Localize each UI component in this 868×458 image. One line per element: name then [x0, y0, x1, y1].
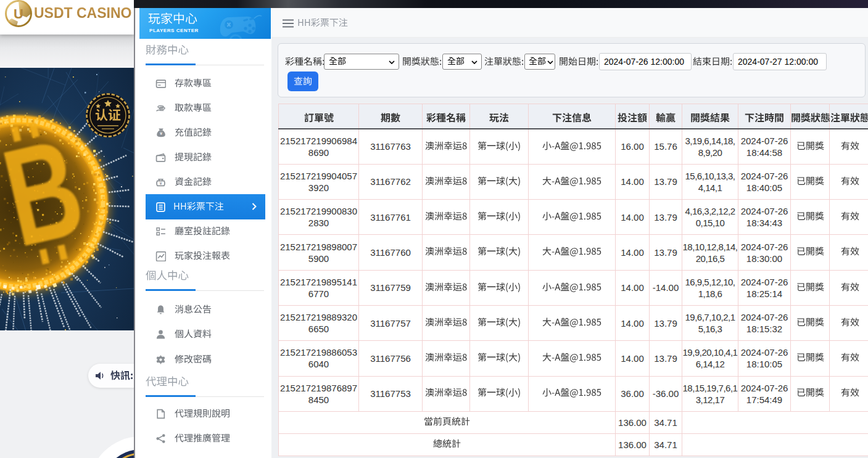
- svg-text:U: U: [14, 6, 23, 22]
